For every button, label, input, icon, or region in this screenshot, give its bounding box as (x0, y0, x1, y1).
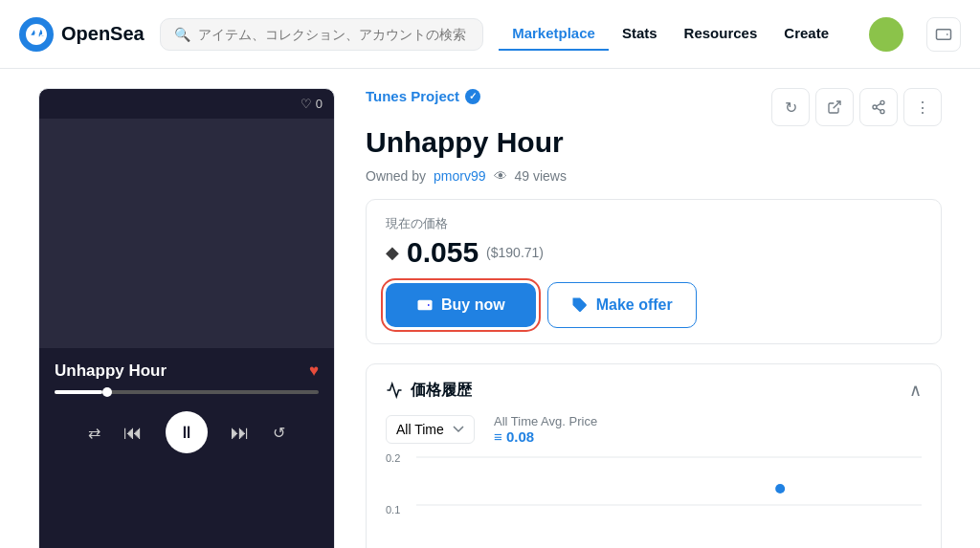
media-heart-icon[interactable]: ♥ (309, 362, 319, 381)
svg-line-5 (877, 108, 881, 111)
collection-link[interactable]: Tunes Project ✓ (366, 88, 480, 104)
refresh-button[interactable]: ↻ (771, 88, 810, 126)
svg-rect-0 (937, 29, 951, 39)
logo-icon (19, 17, 54, 52)
navbar: OpenSea 🔍 Marketplace Stats Resources Cr… (0, 0, 980, 69)
make-offer-label: Make offer (596, 296, 673, 314)
avg-price-display: All Time Avg. Price ≡ 0.08 (494, 414, 597, 445)
like-count: 0 (316, 97, 323, 111)
repeat-button[interactable]: ↺ (273, 424, 285, 442)
time-filter-select[interactable]: All Time (386, 415, 475, 444)
price-row: ◆ 0.055 ($190.71) (386, 236, 922, 269)
media-player: ♡ 0 Unhappy Hour ♥ ⇄ ⏮ ⏸ ⏭ ↺ (38, 88, 335, 548)
next-button[interactable]: ⏭ (231, 422, 250, 444)
more-options-button[interactable]: ⋮ (903, 88, 942, 126)
history-filter: All Time All Time Avg. Price ≡ 0.08 (386, 414, 922, 445)
nav-link-stats[interactable]: Stats (609, 17, 671, 51)
main-content: ♡ 0 Unhappy Hour ♥ ⇄ ⏮ ⏸ ⏭ ↺ (0, 69, 980, 548)
search-box: 🔍 (160, 18, 483, 51)
y-label-mid: 0.1 (386, 504, 409, 515)
chart-icon (386, 382, 403, 399)
search-input[interactable] (198, 27, 469, 42)
price-usd: ($190.71) (486, 245, 544, 260)
price-box: 現在の価格 ◆ 0.055 ($190.71) Buy now (366, 199, 942, 344)
eye-icon: 👁 (494, 168, 507, 184)
svg-point-2 (880, 100, 884, 104)
svg-rect-7 (418, 300, 433, 311)
price-history-box: 価格履歴 ∧ All Time All Time Avg. Price ≡ 0.… (366, 363, 942, 548)
owned-by-label: Owned by (366, 168, 426, 184)
media-artwork (39, 119, 334, 348)
buy-now-button[interactable]: Buy now (386, 283, 536, 327)
external-link-icon (827, 99, 842, 115)
media-title-text: Unhappy Hour (55, 362, 167, 381)
svg-line-6 (877, 103, 881, 106)
owner-row: Owned by pmorv99 👁 49 views (366, 168, 942, 184)
avg-price-value: ≡ 0.08 (494, 428, 597, 445)
chart-y-labels: 0.2 0.1 0 (386, 452, 412, 548)
history-title-text: 価格履歴 (411, 381, 472, 401)
share-button[interactable] (859, 88, 898, 126)
share-icon (871, 99, 886, 115)
refresh-icon: ↻ (785, 99, 797, 117)
nav-link-create[interactable]: Create (770, 17, 842, 51)
collapse-icon[interactable]: ∧ (909, 380, 922, 401)
nav-link-marketplace[interactable]: Marketplace (499, 17, 609, 51)
wallet-button[interactable] (926, 17, 961, 52)
chart-svg (416, 452, 922, 548)
detail-panel: Tunes Project ✓ ↻ (366, 88, 942, 548)
nft-title: Unhappy Hour (366, 126, 942, 159)
action-buttons: Buy now Make offer (386, 282, 922, 328)
verified-badge: ✓ (465, 89, 480, 104)
pause-icon: ⏸ (178, 423, 195, 443)
buy-now-label: Buy now (441, 296, 505, 314)
media-controls: ⇄ ⏮ ⏸ ⏭ ↺ (39, 402, 334, 469)
external-link-button[interactable] (815, 88, 854, 126)
logo-link[interactable]: OpenSea (19, 17, 145, 52)
prev-button[interactable]: ⏮ (123, 422, 143, 444)
svg-point-4 (880, 110, 884, 114)
chart-dot (775, 484, 785, 493)
media-info: Unhappy Hour ♥ (39, 348, 334, 402)
history-title: 価格履歴 (386, 381, 472, 401)
price-eth: 0.055 (407, 236, 479, 269)
more-icon: ⋮ (915, 99, 930, 117)
progress-dot (102, 387, 112, 397)
nav-link-resources[interactable]: Resources (671, 17, 771, 51)
history-header: 価格履歴 ∧ (386, 380, 922, 401)
price-chart: 0.2 0.1 0 9/10 (386, 452, 922, 548)
make-offer-button[interactable]: Make offer (547, 282, 697, 328)
heart-icon[interactable]: ♡ (301, 97, 312, 111)
owner-link[interactable]: pmorv99 (434, 168, 485, 184)
logo-text: OpenSea (61, 23, 145, 45)
detail-top-icons: ↻ ⋮ (771, 88, 942, 126)
svg-point-3 (873, 105, 877, 109)
price-label: 現在の価格 (386, 215, 922, 232)
collection-name: Tunes Project (366, 88, 459, 104)
play-pause-button[interactable]: ⏸ (166, 411, 208, 453)
avg-price-label: All Time Avg. Price (494, 414, 597, 428)
media-like-row: ♡ 0 (39, 89, 334, 119)
progress-fill (55, 390, 102, 394)
eth-icon: ◆ (386, 242, 399, 263)
svg-line-1 (834, 101, 840, 108)
nav-links: Marketplace Stats Resources Create (499, 17, 842, 51)
buy-icon (416, 296, 434, 314)
y-label-top: 0.2 (386, 452, 409, 464)
media-progress-bar[interactable] (55, 390, 319, 394)
search-icon: 🔍 (174, 27, 190, 42)
detail-header-row: Tunes Project ✓ ↻ (366, 88, 942, 126)
views-count: 49 views (515, 168, 567, 184)
avatar[interactable] (869, 17, 903, 52)
shuffle-button[interactable]: ⇄ (88, 424, 100, 442)
offer-icon (571, 296, 589, 314)
